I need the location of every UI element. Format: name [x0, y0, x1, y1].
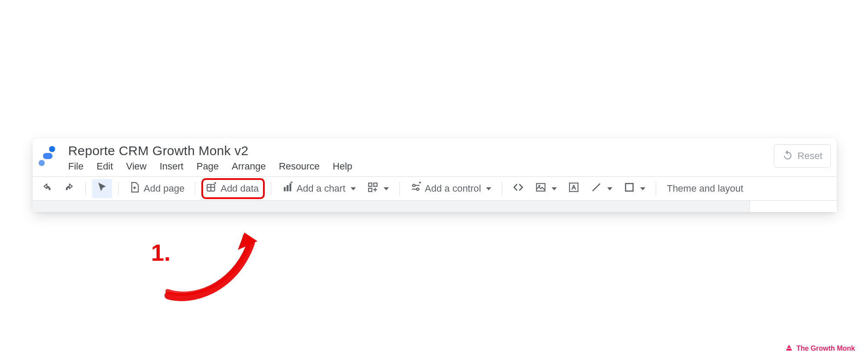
- add-data-button[interactable]: Add data: [201, 178, 265, 199]
- separator: [656, 182, 656, 195]
- add-control-button[interactable]: Add a control: [406, 179, 496, 198]
- line-icon: [591, 182, 602, 196]
- add-chart-label: Add a chart: [296, 183, 345, 194]
- chevron-down-icon: [486, 187, 491, 190]
- svg-rect-8: [374, 183, 377, 186]
- chevron-down-icon: [351, 187, 356, 190]
- menu-arrange[interactable]: Arrange: [232, 161, 266, 172]
- menu-help[interactable]: Help: [333, 161, 352, 172]
- add-data-label: Add data: [220, 183, 259, 194]
- undo-arrow-icon: [782, 149, 793, 163]
- add-page-icon: [129, 182, 140, 196]
- text-icon: [568, 182, 579, 196]
- chevron-down-icon: [640, 187, 645, 190]
- document-title[interactable]: Reporte CRM Growth Monk v2: [68, 142, 831, 161]
- separator: [118, 182, 118, 195]
- svg-point-11: [416, 188, 418, 190]
- app-window: Reporte CRM Growth Monk v2 File Edit Vie…: [33, 138, 837, 212]
- separator: [502, 182, 502, 195]
- toolbar: Add page Add data: [33, 176, 837, 201]
- svg-rect-9: [368, 188, 372, 192]
- url-embed-button[interactable]: [508, 179, 528, 198]
- watermark-icon: [785, 344, 793, 353]
- shape-icon: [624, 182, 635, 196]
- add-data-icon: [206, 182, 217, 196]
- theme-layout-button[interactable]: Theme and layout: [662, 180, 747, 197]
- add-page-button[interactable]: Add page: [125, 179, 189, 198]
- reset-label: Reset: [798, 150, 822, 162]
- chevron-down-icon: [607, 187, 612, 190]
- menu-page[interactable]: Page: [197, 161, 219, 172]
- separator: [85, 182, 86, 195]
- separator: [399, 182, 400, 195]
- chevron-down-icon: [552, 187, 557, 190]
- svg-rect-4: [284, 187, 286, 191]
- cursor-icon: [96, 182, 108, 196]
- selection-tool[interactable]: [92, 179, 112, 198]
- add-control-icon: [410, 182, 421, 196]
- reset-button[interactable]: Reset: [774, 144, 831, 168]
- separator: [195, 182, 195, 195]
- menu-file[interactable]: File: [68, 161, 83, 172]
- svg-rect-16: [626, 183, 633, 191]
- watermark: The Growth Monk: [785, 344, 855, 353]
- text-button[interactable]: [564, 179, 584, 198]
- svg-point-13: [539, 185, 540, 186]
- menu-view[interactable]: View: [126, 161, 146, 172]
- redo-icon: [64, 182, 75, 196]
- svg-line-15: [593, 183, 600, 191]
- line-button[interactable]: [586, 179, 617, 198]
- menu-resource[interactable]: Resource: [279, 161, 319, 172]
- code-icon: [513, 182, 524, 196]
- community-viz-icon: [367, 182, 378, 196]
- watermark-text: The Growth Monk: [796, 345, 855, 352]
- chevron-down-icon: [384, 187, 389, 190]
- svg-rect-6: [290, 183, 291, 191]
- image-button[interactable]: [531, 179, 561, 198]
- theme-layout-label: Theme and layout: [667, 183, 743, 194]
- shape-button[interactable]: [619, 179, 650, 198]
- svg-point-10: [413, 184, 415, 186]
- undo-button[interactable]: [37, 179, 57, 198]
- redo-button[interactable]: [59, 179, 79, 198]
- svg-rect-1: [43, 153, 53, 159]
- svg-rect-7: [368, 183, 372, 186]
- add-page-label: Add page: [144, 183, 184, 194]
- community-visualizations-button[interactable]: [363, 179, 393, 198]
- looker-studio-logo: [39, 146, 59, 168]
- svg-rect-5: [287, 186, 288, 191]
- callout-number: 1.: [151, 239, 171, 266]
- image-icon: [535, 182, 546, 196]
- svg-rect-2: [49, 146, 55, 152]
- add-chart-button[interactable]: Add a chart: [277, 179, 360, 198]
- callout-annotation: 1.: [151, 226, 281, 304]
- menubar: File Edit View Insert Page Arrange Resou…: [68, 161, 831, 176]
- add-chart-icon: [282, 182, 293, 196]
- menu-edit[interactable]: Edit: [96, 161, 113, 172]
- canvas-ruler: [33, 201, 837, 212]
- svg-rect-0: [39, 160, 45, 166]
- add-control-label: Add a control: [425, 183, 481, 194]
- undo-icon: [41, 182, 53, 196]
- separator: [271, 182, 271, 195]
- menu-insert[interactable]: Insert: [160, 161, 184, 172]
- app-header: Reporte CRM Growth Monk v2 File Edit Vie…: [33, 138, 837, 176]
